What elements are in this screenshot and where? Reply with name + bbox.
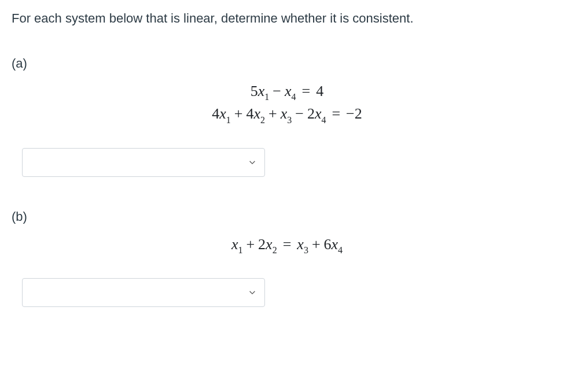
chevron-down-icon bbox=[248, 289, 256, 297]
question-prompt: For each system below that is linear, de… bbox=[12, 8, 562, 28]
equation-b1: x1+2x2=x3+6x4 bbox=[12, 236, 562, 255]
part-a-answer-select-wrapper bbox=[22, 148, 265, 177]
equation-a1: 5x1−x4=4 bbox=[12, 83, 562, 102]
part-b-answer-select-wrapper bbox=[22, 278, 265, 307]
part-a-answer-select[interactable] bbox=[22, 148, 265, 177]
part-b-equations: x1+2x2=x3+6x4 bbox=[12, 236, 562, 255]
part-b-answer-select[interactable] bbox=[22, 278, 265, 307]
equation-a2: 4x1+4x2+x3−2x4=−2 bbox=[12, 105, 562, 124]
part-a-label: (a) bbox=[12, 56, 562, 71]
part-b-label: (b) bbox=[12, 209, 562, 224]
part-a-equations: 5x1−x4=4 4x1+4x2+x3−2x4=−2 bbox=[12, 83, 562, 124]
chevron-down-icon bbox=[248, 158, 256, 167]
